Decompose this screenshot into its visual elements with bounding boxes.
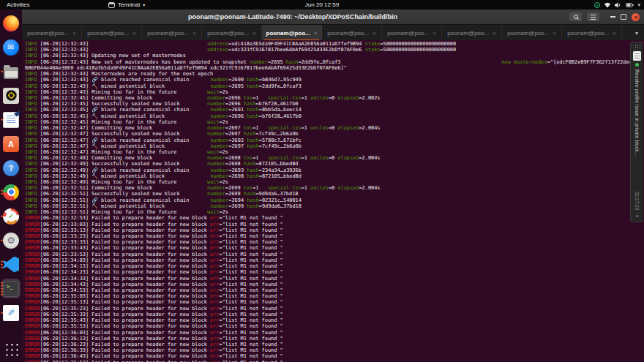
dock-item-rhythmbox[interactable] xyxy=(0,83,22,108)
tab-8[interactable]: poonam@poo...× xyxy=(442,25,502,41)
chevron-down-icon: ▾ xyxy=(637,0,640,10)
tracker-close-icon[interactable]: × xyxy=(635,214,639,219)
tab-close-icon[interactable]: × xyxy=(372,30,376,37)
tab-close-icon[interactable]: × xyxy=(192,30,196,37)
tab-label: poonam@poo... xyxy=(507,30,549,37)
search-button[interactable] xyxy=(569,12,582,21)
dock-item-libreoffice-writer[interactable] xyxy=(0,108,22,132)
log-line: INFO [06-20|12:32:51] Mining too far in … xyxy=(25,209,644,215)
log-line: ERROR[06-20|12:36:53] Failed to prepare … xyxy=(25,360,644,362)
chrome-icon xyxy=(3,184,19,200)
tab-6[interactable]: poonam@poo...× xyxy=(322,25,382,41)
libreoffice-writer-icon xyxy=(3,112,19,128)
restore-button[interactable] xyxy=(621,14,626,20)
tracker-elapsed-time: 02:27:20 xyxy=(634,192,640,210)
log-line: INFO [06-20|12:32:43] New set of mastern… xyxy=(25,59,644,65)
terminal-output[interactable]: INFO [06-20|12:32:43] address=xdc418a3b5… xyxy=(22,40,644,362)
dock-item-settings[interactable] xyxy=(0,228,22,252)
log-line: INFO [06-20|12:32:45] 🔗 block reached ca… xyxy=(25,107,644,113)
focused-app-menu[interactable]: Terminal ▾ xyxy=(108,1,145,8)
recording-dot-icon xyxy=(635,63,639,67)
tab-1[interactable]: poonam@poo...× xyxy=(22,25,82,41)
clock: Jun 20 12:59 xyxy=(0,1,644,8)
focused-app-label: Terminal xyxy=(118,1,140,8)
log-line: ERROR[06-20|12:34:03] Failed to prepare … xyxy=(25,257,644,263)
dock-item-vscode[interactable] xyxy=(0,252,22,276)
tab-9[interactable]: poonam@poo...× xyxy=(502,25,562,41)
dock-item-terminal[interactable] xyxy=(0,276,22,301)
tab-4[interactable]: poonam@poo...× xyxy=(202,25,262,41)
log-line: INFO [06-20|12:32:43] Updating new set o… xyxy=(25,53,644,59)
dock-item-chrome[interactable] xyxy=(0,180,22,204)
log-line: INFO [06-20|12:32:43] 🔨 mined potential … xyxy=(25,83,644,89)
tab-close-icon[interactable]: × xyxy=(252,30,256,37)
log-line: ERROR[06-20|12:34:13] Failed to prepare … xyxy=(25,263,644,269)
tab-3[interactable]: poonam@poo...× xyxy=(142,25,202,41)
tab-10[interactable]: poonam@poo...× xyxy=(562,25,622,41)
tab-close-icon[interactable]: × xyxy=(613,30,616,37)
thunderbird-icon xyxy=(3,39,19,56)
log-line: INFO [06-20|12:32:49] Mining too far in … xyxy=(25,179,644,185)
log-line: INFO [06-20|12:32:49] Committing new blo… xyxy=(25,155,644,161)
search-icon xyxy=(574,15,578,19)
dock-item-app-grid[interactable] xyxy=(0,336,22,361)
clock-label[interactable]: Jun 20 12:59 xyxy=(305,1,339,8)
tab-close-icon[interactable]: × xyxy=(433,30,436,37)
tab-label: poonam@poo... xyxy=(447,30,489,37)
tab-close-icon[interactable]: × xyxy=(132,30,136,37)
log-line: INFO [06-20|12:32:47] Mining too far in … xyxy=(25,149,644,155)
tab-7[interactable]: poonam@poo...× xyxy=(382,25,442,41)
tab-label: poonam@poo... xyxy=(266,30,310,37)
log-line: INFO [06-20|12:32:51] Successfully seale… xyxy=(25,191,644,197)
window-title: poonam@poonam-Latitude-7490: ~/Desktop/X… xyxy=(22,13,564,20)
log-line: INFO [06-20|12:32:49] 🔗 block reached ca… xyxy=(25,167,644,173)
dock-item-thunderbird[interactable] xyxy=(0,35,22,59)
log-line: ERROR[06-20|12:36:13] Failed to prepare … xyxy=(25,336,644,342)
tab-close-icon[interactable]: × xyxy=(493,30,496,37)
tab-close-icon[interactable]: × xyxy=(72,30,76,37)
menu-button[interactable] xyxy=(587,12,599,21)
log-line: ERROR[06-20|12:35:43] Failed to prepare … xyxy=(25,317,644,323)
close-button[interactable]: × xyxy=(632,13,640,21)
wifi-icon xyxy=(604,2,611,8)
activities-button[interactable]: Activities xyxy=(7,1,30,8)
battery-icon xyxy=(626,2,634,8)
log-line: ERROR[06-20|12:36:23] Failed to prepare … xyxy=(25,342,644,347)
log-line: INFO [06-20|12:32:45] 🔨 mined potential … xyxy=(25,113,644,119)
running-indicator xyxy=(1,70,3,72)
log-line: ERROR[06-20|12:33:23] Failed to prepare … xyxy=(25,233,644,239)
time-tracker-widget[interactable]: Resolve profile issue in private block… … xyxy=(630,42,643,222)
tab-2[interactable]: poonam@poo...× xyxy=(82,25,142,41)
log-line: ERROR[06-20|12:34:33] Failed to prepare … xyxy=(25,276,644,282)
updates-icon: ✓ xyxy=(594,2,600,8)
help-icon xyxy=(3,160,19,176)
system-tray[interactable]: ✓ ▾ xyxy=(594,0,640,10)
hamburger-icon xyxy=(591,15,596,20)
tab-close-icon[interactable]: × xyxy=(553,30,556,37)
files-icon xyxy=(4,67,18,79)
log-line: INFO [06-20|12:32:43] address=xdc321fC91… xyxy=(25,47,644,53)
dock-item-firefox[interactable] xyxy=(0,11,22,35)
tab-5[interactable]: poonam@poo...× xyxy=(262,25,322,41)
drag-handle-icon[interactable] xyxy=(634,45,640,49)
log-line: ERROR[06-20|12:32:53] Failed to prepare … xyxy=(25,215,644,221)
dock-item-help[interactable] xyxy=(0,156,22,180)
minimize-button[interactable] xyxy=(610,16,615,17)
dock-item-files[interactable] xyxy=(0,59,22,83)
dock-item-time-tracker[interactable] xyxy=(0,204,22,228)
log-line: INFO [06-20|12:32:49] Successfully seale… xyxy=(25,161,644,167)
running-indicator xyxy=(1,260,3,268)
tab-label: poonam@poo... xyxy=(207,30,249,37)
tab-overflow-button[interactable]: ▾ xyxy=(622,25,644,41)
log-line: ERROR[06-20|12:34:23] Failed to prepare … xyxy=(25,269,644,275)
window-titlebar[interactable]: poonam@poonam-Latitude-7490: ~/Desktop/X… xyxy=(22,10,644,24)
log-line: INFO [06-20|12:32:43] 🔗 block reached ca… xyxy=(25,77,644,83)
dock-item-text-editor[interactable] xyxy=(0,301,22,325)
volume-icon xyxy=(615,2,622,8)
log-line: INFO [06-20|12:32:43] Mining too far in … xyxy=(25,89,644,95)
tab-label: poonam@poo... xyxy=(87,30,129,37)
log-line: ERROR[06-20|12:34:43] Failed to prepare … xyxy=(25,282,644,287)
log-line: INFO [06-20|12:32:45] Mining too far in … xyxy=(25,119,644,125)
dock-item-ubuntu-software[interactable] xyxy=(0,132,22,156)
tab-close-icon[interactable]: × xyxy=(314,30,318,37)
